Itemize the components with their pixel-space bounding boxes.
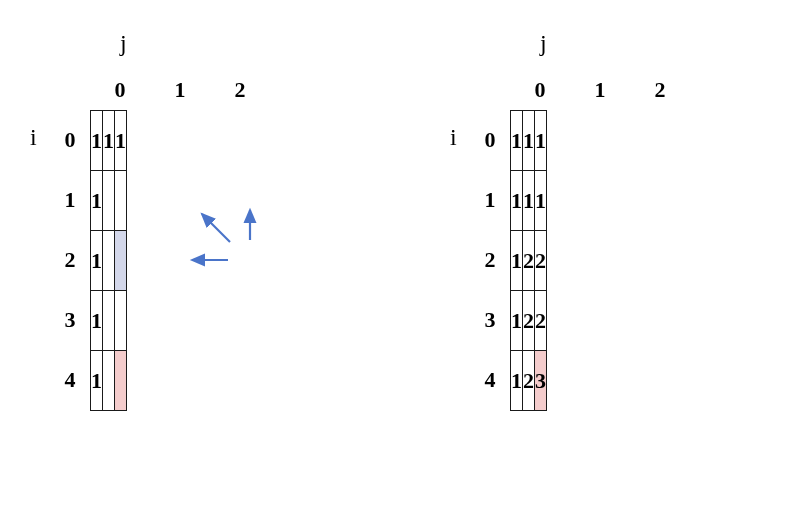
cell: 1 — [511, 231, 523, 291]
cell — [115, 171, 127, 231]
axis-i-label-right: i — [450, 124, 457, 151]
cell-highlight-current — [115, 231, 127, 291]
row-header: 0 — [50, 110, 90, 170]
cell: 1 — [523, 171, 535, 231]
cell-highlight-result: 3 — [535, 351, 547, 411]
svg-line-1 — [202, 214, 230, 242]
cell-highlight-target — [115, 351, 127, 411]
row-header: 3 — [50, 290, 90, 350]
cell: 2 — [523, 351, 535, 411]
cell: 1 — [535, 171, 547, 231]
dp-grid-left: 1 1 1 1 1 1 1 — [90, 110, 127, 411]
col-header: 2 — [210, 70, 270, 110]
row-headers-left: 0 1 2 3 4 — [50, 110, 90, 410]
row-header: 2 — [470, 230, 510, 290]
col-header: 0 — [90, 70, 150, 110]
col-headers-left: 0 1 2 — [90, 70, 270, 110]
cell: 1 — [103, 111, 115, 171]
cell: 1 — [511, 291, 523, 351]
cell: 2 — [535, 291, 547, 351]
cell — [115, 291, 127, 351]
cell: 2 — [523, 231, 535, 291]
axis-i-label-left: i — [30, 124, 37, 151]
row-header: 4 — [50, 350, 90, 410]
row-header: 4 — [470, 350, 510, 410]
cell: 1 — [91, 231, 103, 291]
row-header: 2 — [50, 230, 90, 290]
col-headers-right: 0 1 2 — [510, 70, 690, 110]
cell: 1 — [511, 111, 523, 171]
cell: 1 — [115, 111, 127, 171]
col-header: 1 — [150, 70, 210, 110]
col-header: 2 — [630, 70, 690, 110]
col-header: 0 — [510, 70, 570, 110]
row-header: 0 — [470, 110, 510, 170]
axis-j-label-left: j — [120, 30, 127, 57]
cell — [103, 291, 115, 351]
cell: 1 — [523, 111, 535, 171]
col-header: 1 — [570, 70, 630, 110]
row-header: 3 — [470, 290, 510, 350]
cell: 1 — [535, 111, 547, 171]
row-header: 1 — [470, 170, 510, 230]
row-header: 1 — [50, 170, 90, 230]
cell: 2 — [523, 291, 535, 351]
cell: 1 — [91, 291, 103, 351]
cell — [103, 231, 115, 291]
row-headers-right: 0 1 2 3 4 — [470, 110, 510, 410]
cell: 1 — [511, 171, 523, 231]
cell: 1 — [91, 111, 103, 171]
cell — [103, 171, 115, 231]
axis-j-label-right: j — [540, 30, 547, 57]
cell: 1 — [511, 351, 523, 411]
cell — [103, 351, 115, 411]
cell: 2 — [535, 231, 547, 291]
dp-grid-right: 1 1 1 1 1 1 1 2 2 1 2 2 1 2 3 — [510, 110, 547, 411]
cell: 1 — [91, 171, 103, 231]
cell: 1 — [91, 351, 103, 411]
